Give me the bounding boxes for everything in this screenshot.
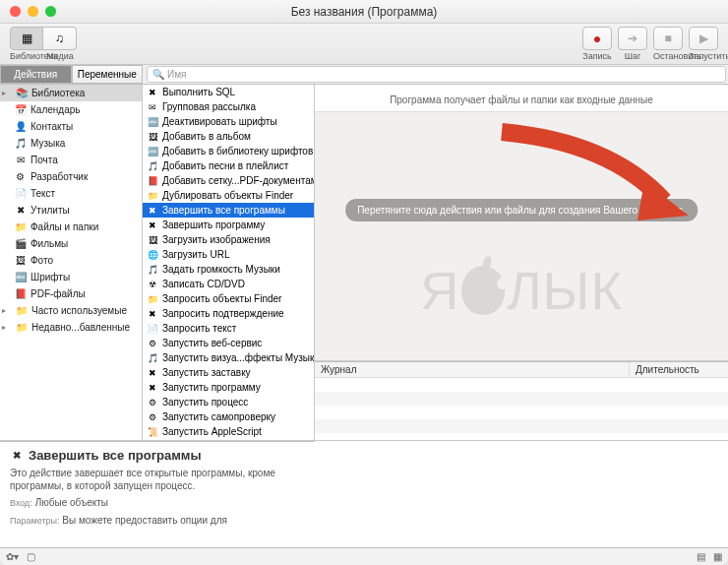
- action-item[interactable]: ✖Завершить программу: [143, 218, 314, 232]
- view-mode-2-icon[interactable]: ▦: [713, 551, 722, 562]
- category-label: Шрифты: [30, 272, 70, 282]
- category-label: Музыка: [30, 138, 65, 149]
- toggle-desc-icon[interactable]: ▢: [27, 551, 35, 562]
- tab-actions[interactable]: Действия: [0, 65, 72, 84]
- developer-item[interactable]: ⚙Разработчик: [0, 168, 142, 185]
- text-item[interactable]: 📄Текст: [0, 185, 142, 202]
- category-icon: 🔤: [14, 271, 27, 283]
- action-item[interactable]: 🔤Добавить в библиотеку шрифтов: [143, 144, 314, 158]
- category-label: Текст: [30, 188, 55, 199]
- action-icon: 🎵: [146, 263, 159, 276]
- action-item[interactable]: 🌐Загрузить URL: [143, 247, 314, 262]
- category-icon: 📁: [14, 220, 27, 233]
- action-item[interactable]: 🖼Добавить в альбом: [143, 129, 314, 144]
- step-button[interactable]: ➔: [618, 27, 647, 50]
- category-label: Разработчик: [30, 171, 88, 182]
- category-icon: 📅: [14, 103, 27, 116]
- category-label: Часто используемые: [31, 305, 127, 316]
- action-item[interactable]: ✖Запустить программу: [143, 380, 314, 395]
- stop-button[interactable]: ■: [653, 27, 683, 50]
- record-button[interactable]: ●: [582, 27, 612, 50]
- watermark: ЯЛЫК: [420, 260, 623, 321]
- action-item[interactable]: ⚙Запустить веб-сервис: [143, 336, 314, 350]
- app-window: Без названия (Программа) ▦♫ БиблиотекаМе…: [0, 0, 728, 565]
- actions-list[interactable]: ✖Выполнить SQL✉Групповая рассылка🔤Деакти…: [143, 85, 315, 440]
- action-item[interactable]: 🎵Запустить визуа...ффекты Музыки: [143, 350, 314, 365]
- view-mode-1-icon[interactable]: ▤: [697, 551, 705, 562]
- action-label: Добавить в библиотеку шрифтов: [162, 146, 313, 157]
- log-col-journal[interactable]: Журнал: [315, 362, 630, 377]
- action-label: Добавить сетку...PDF-документам: [162, 175, 314, 186]
- action-item[interactable]: 📕Добавить сетку...PDF-документам: [143, 173, 314, 188]
- action-item[interactable]: 📁Дублировать объекты Finder: [143, 188, 314, 203]
- search-icon: 🔍: [152, 69, 164, 80]
- category-icon: 📁: [15, 304, 28, 317]
- category-icon: ✉: [14, 154, 27, 166]
- workflow-input-hint[interactable]: Программа получает файлы и папки как вхо…: [315, 85, 728, 111]
- contacts-item[interactable]: 👤Контакты: [0, 118, 142, 135]
- photos-item[interactable]: 🖼Фото: [0, 252, 142, 269]
- search-input[interactable]: 🔍 Имя: [147, 66, 726, 83]
- annotation-arrow-icon: [492, 122, 698, 260]
- action-icon: 🌐: [146, 248, 159, 261]
- files-folders-item[interactable]: 📁Файлы и папки: [0, 219, 142, 235]
- action-icon: ⚙: [146, 337, 159, 349]
- category-icon: ⚙: [14, 170, 27, 183]
- most-used-item[interactable]: ▸📁Часто используемые: [0, 302, 142, 319]
- workflow-canvas[interactable]: Перетяните сюда действия или файлы для с…: [315, 111, 728, 361]
- action-icon: 📄: [146, 322, 159, 335]
- fonts-item[interactable]: 🔤Шрифты: [0, 269, 142, 285]
- log-rows: [315, 378, 728, 440]
- mail-item[interactable]: ✉Почта: [0, 152, 142, 168]
- movies-item[interactable]: 🎬Фильмы: [0, 235, 142, 252]
- action-item[interactable]: ✖Запустить заставку: [143, 365, 314, 380]
- action-item[interactable]: 🎵Задать громкость Музыки: [143, 262, 314, 277]
- action-item[interactable]: ⚙Запустить самопроверку: [143, 409, 314, 424]
- pdf-item[interactable]: 📕PDF-файлы: [0, 285, 142, 302]
- category-icon: 📕: [14, 287, 27, 300]
- gear-icon[interactable]: ✿▾: [6, 551, 19, 562]
- action-item[interactable]: ☢Записать CD/DVD: [143, 277, 314, 291]
- action-label: Загрузить URL: [162, 249, 229, 260]
- category-icon: ✖: [14, 204, 27, 217]
- action-icon: ☢: [146, 278, 159, 290]
- action-icon: ✖: [146, 307, 159, 320]
- action-icon: ✖: [146, 204, 159, 217]
- action-item[interactable]: 📄Запросить текст: [143, 321, 314, 336]
- music-item[interactable]: 🎵Музыка: [0, 135, 142, 152]
- action-item[interactable]: 📜Запустить AppleScript: [143, 424, 314, 439]
- action-item[interactable]: ✖Выполнить SQL: [143, 85, 314, 99]
- category-label: Фото: [30, 255, 53, 266]
- action-item[interactable]: ✖Завершить все программы: [143, 203, 314, 218]
- log-col-duration[interactable]: Длительность: [630, 362, 728, 377]
- utilities-item[interactable]: ✖Утилиты: [0, 202, 142, 219]
- description-panel: ✖Завершить все программы Это действие за…: [0, 441, 315, 547]
- log-panel: Журнал Длительность: [315, 361, 728, 440]
- action-icon: 📕: [146, 174, 159, 187]
- action-icon: ⚙: [146, 396, 159, 408]
- category-label: Недавно...бавленные: [31, 322, 130, 333]
- run-button[interactable]: ▶: [689, 27, 718, 50]
- action-item[interactable]: ✉Групповая рассылка: [143, 99, 314, 114]
- action-label: Запустить процесс: [162, 397, 248, 408]
- calendar-item[interactable]: 📅Календарь: [0, 101, 142, 118]
- library-view-button[interactable]: ▦: [10, 27, 43, 50]
- library-root[interactable]: ▸📚Библиотека: [0, 85, 142, 101]
- action-item[interactable]: ⚙Запустить процесс: [143, 395, 314, 409]
- toolbar: ▦♫ БиблиотекаМедиа ●Запись➔Шаг■Остановит…: [0, 24, 728, 65]
- media-view-button[interactable]: ♫: [43, 27, 77, 50]
- action-label: Запустить AppleScript: [162, 426, 262, 437]
- action-item[interactable]: ✖Запросить подтверждение: [143, 306, 314, 321]
- action-item[interactable]: 🔤Деактивировать шрифты: [143, 114, 314, 129]
- action-icon: 🔤: [146, 145, 159, 157]
- category-icon: 📚: [15, 87, 28, 99]
- action-item[interactable]: 🖼Загрузить изображения: [143, 232, 314, 247]
- category-label: PDF-файлы: [30, 288, 86, 299]
- action-label: Завершить все программы: [162, 205, 285, 216]
- recently-added-item[interactable]: ▸📁Недавно...бавленные: [0, 319, 142, 336]
- action-item[interactable]: 📁Запросить объекты Finder: [143, 291, 314, 306]
- tab-variables[interactable]: Переменные: [72, 65, 144, 84]
- action-icon: 📁: [146, 292, 159, 305]
- action-item[interactable]: 🎵Добавить песни в плейлист: [143, 158, 314, 173]
- category-label: Библиотека: [31, 88, 85, 98]
